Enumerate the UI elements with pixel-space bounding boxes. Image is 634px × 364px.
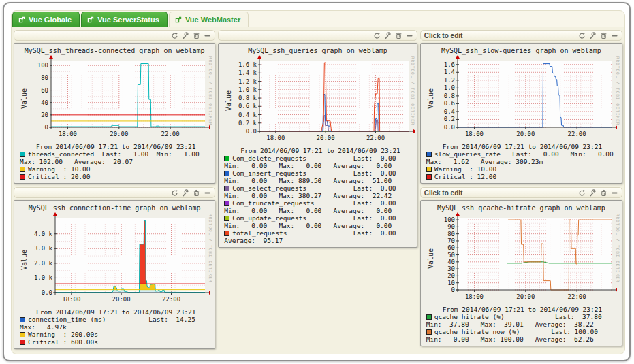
svg-text:20:00: 20:00 [110,131,128,137]
dashboard-column-left: MySQL_ssh_threads-connected graph on web… [14,30,215,349]
legend-row: Max: 1.62 Average: 309.23m [426,158,618,165]
refresh-icon[interactable] [578,189,586,197]
legend-row: connection_time (ms) Last: 14.25 [20,316,210,323]
svg-text:60: 60 [41,87,48,94]
refresh-icon[interactable] [171,189,178,197]
refresh-icon[interactable] [578,32,586,39]
legend-row: qcache_hitrate_now (%) Last: 100.00 [426,328,618,335]
svg-text:0.4 k: 0.4 k [238,112,257,118]
legend-text: slow_queries_rate Last: 0.00 Min: 0.00 [434,150,614,158]
legend-row: Com_update_requests Last: 0.00 [224,214,412,222]
legend-text: Min: 0.00 Max: 0.00 Average: 0.00 [224,162,392,169]
graph-title: MySQL_ssh_qcache-hitrate graph on weblam… [422,202,620,212]
legend-row: Min: 0.00 Max: 0.00 Average: 0.00 [224,222,412,229]
svg-text:18:00: 18:00 [267,135,285,142]
panel-queries: MySQL_ssh_queries graph on weblampValue0… [218,30,417,248]
svg-text:20:00: 20:00 [516,293,535,300]
legend-text: threads_connected Last: 1.00 Min: 1.00 [28,150,200,158]
legend-text: Com_update_requests Last: 0.00 [232,214,396,222]
wrench-icon[interactable] [182,189,189,197]
svg-text:22:00: 22:00 [567,131,586,137]
svg-text:40: 40 [41,99,48,106]
svg-text:40: 40 [447,259,455,265]
graph-legend: From 2014/06/09 17:21 to 2014/06/09 23:2… [422,305,620,343]
legend-text: Com_insert_requests Last: 0.00 [232,169,396,177]
tab-vue-webmaster[interactable]: Vue WebMaster [169,12,249,27]
panel-threads-connected: MySQL_ssh_threads-connected graph on web… [14,30,215,184]
legend-row: Com_truncate_requests Last: 0.00 [224,199,412,207]
trash-icon[interactable] [600,32,607,39]
graph-widget-queries: MySQL_ssh_queries graph on weblampValue0… [218,43,417,248]
dashboard-column-middle: MySQL_ssh_queries graph on weblampValue0… [218,30,417,349]
rrdtool-watermark: RRDTOOL / TOBI OETIKER [616,214,620,282]
legend-row: threads_connected Last: 1.00 Min: 1.00 [20,150,210,158]
svg-text:1.2: 1.2 [443,77,454,84]
wrench-icon[interactable] [589,189,597,197]
svg-text:1.6: 1.6 [443,61,454,68]
svg-text:20:00: 20:00 [112,296,131,303]
panel-header-qcache-hitrate[interactable]: Click to edit [420,187,622,198]
refresh-icon[interactable] [373,32,381,39]
legend-text: Max: 4.97k [20,323,67,331]
panel-header-slow-queries[interactable]: Click to edit [420,30,622,41]
svg-text:1.0 k: 1.0 k [34,274,53,281]
svg-text:0: 0 [451,286,454,293]
panel-header-queries[interactable] [218,30,417,41]
svg-text:0.6 k: 0.6 k [238,103,257,110]
graph-widget-qcache-hitrate: MySQL_ssh_qcache-hitrate graph on weblam… [420,200,622,346]
tab-vue-serverstatus[interactable]: Vue ServerStatus [81,12,168,27]
tab-bar: Vue Globale Vue ServerStatus Vue WebMast… [12,11,624,27]
graph-image-threads-connected: 02040608010018:0020:0022:00 [24,55,210,142]
legend-text: Max: 102.00 Average: 20.07 [20,158,133,165]
svg-text:10: 10 [447,280,455,286]
graph-image-queries: 0.00.2 k0.4 k0.6 k0.8 k1.0 k1.2 k1.4 k1.… [228,55,415,146]
legend-swatch [20,332,25,337]
trash-icon[interactable] [193,189,200,197]
panel-edit-hint[interactable]: Click to edit [424,32,463,39]
collapse-icon[interactable] [204,32,211,39]
panel-connection-time: MySQL_ssh_connection-time graph on webla… [14,187,215,349]
legend-row: Min: 0.00 Max: 0.00 Average: 0.00 [224,162,412,169]
legend-text: Critical : 600.00s [28,338,98,346]
collapse-icon[interactable] [611,189,618,197]
rrdtool-watermark: RRDTOOL / TOBI OETIKER [208,214,213,282]
legend-row: Max: 102.00 Average: 20.07 [20,158,210,165]
svg-text:100: 100 [443,216,454,223]
y-axis-label: Value [225,90,232,111]
legend-text: Min: 0.00 Max: 0.00 Average: 0.00 [224,207,392,214]
collapse-icon[interactable] [611,32,618,39]
legend-text: Average: 95.17 [224,237,283,244]
refresh-icon[interactable] [171,32,178,39]
legend-time-range: From 2014/06/09 17:21 to 2014/06/09 23:2… [426,305,618,313]
legend-row: Min: 0.00 Max: 889.50 Average: 51.00 [224,177,412,184]
panel-header-threads-connected[interactable] [14,30,215,41]
svg-text:1.0: 1.0 [443,84,454,91]
trash-icon[interactable] [600,189,607,197]
panel-header-connection-time[interactable] [14,187,215,198]
svg-text:1.4: 1.4 [443,69,454,76]
graph-title: MySQL_ssh_threads-connected graph on web… [16,45,213,55]
graph-legend: From 2014/06/09 17:21 to 2014/06/09 23:2… [220,146,415,244]
tab-vue-globale[interactable]: Vue Globale [12,12,80,27]
legend-swatch [224,171,229,176]
tab-label: Vue Globale [29,16,72,24]
panel-edit-hint[interactable]: Click to edit [424,189,463,197]
svg-text:0.0: 0.0 [42,289,52,296]
trash-icon[interactable] [395,32,402,39]
svg-text:1.4 k: 1.4 k [238,69,257,76]
svg-text:22:00: 22:00 [162,296,180,303]
wrench-icon[interactable] [384,32,392,39]
collapse-icon[interactable] [406,32,413,39]
graph-image-qcache-hitrate: 010203040506070809010018:0020:0022:00 [430,212,617,305]
trash-icon[interactable] [193,32,200,39]
legend-swatch [224,186,229,191]
wrench-icon[interactable] [182,32,189,39]
legend-row: Com_delete_requests Last: 0.00 [224,154,412,162]
collapse-icon[interactable] [204,189,211,197]
svg-text:20: 20 [41,112,48,118]
svg-text:20:00: 20:00 [317,135,335,142]
legend-text: From 2014/06/09 17:21 to 2014/06/09 23:2… [36,308,196,316]
wrench-icon[interactable] [589,32,597,39]
legend-text: Critical : 20.00 [28,173,91,180]
svg-text:80: 80 [447,231,455,237]
